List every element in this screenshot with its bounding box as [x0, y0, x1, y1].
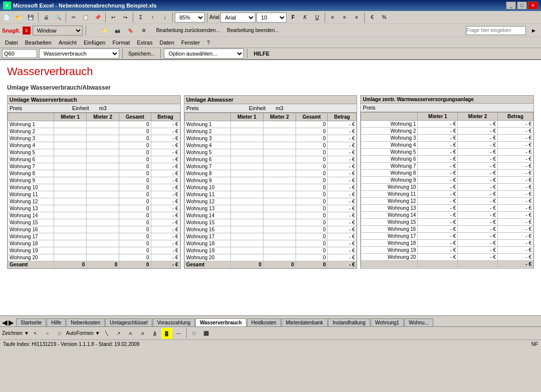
table-row: Wohnung 12- €- €- €	[361, 198, 533, 205]
3d-btn[interactable]: ⬛	[201, 328, 212, 339]
tab-heidkosten[interactable]: Heidkosten	[247, 318, 281, 326]
draw-btn-3[interactable]: □	[54, 328, 65, 339]
undo-button[interactable]: ↩	[108, 12, 119, 23]
sheet-nav-dropdown[interactable]: Wasserverbrauch	[39, 49, 119, 59]
cell-reference-input[interactable]	[2, 49, 37, 58]
option-select-dropdown[interactable]: Option auswählen...	[164, 49, 244, 59]
draw-btn-5[interactable]: ↗	[113, 328, 124, 339]
fill-color-btn[interactable]: ▓	[161, 328, 172, 339]
window-controls[interactable]: _ □ ✕	[506, 2, 538, 10]
table1-header: Umlage Wasserverbrauch	[10, 97, 77, 103]
menu-fenster[interactable]: Fenster	[178, 39, 203, 47]
table-row: Wohnung 200- €	[8, 254, 180, 261]
menu-einfuegen[interactable]: Einfügen	[81, 39, 108, 47]
autosum-button[interactable]: Σ	[135, 12, 146, 23]
draw-btn-1[interactable]: ↖	[30, 328, 41, 339]
tab-wohnu[interactable]: Wohnu...	[404, 318, 433, 326]
align-left-button[interactable]: ≡	[327, 12, 338, 23]
table-row: Wohnung 20- €- €- €	[361, 254, 533, 261]
tab-wasserverbrauch[interactable]: Wasserverbrauch	[195, 318, 246, 326]
sort-asc-button[interactable]: ↑	[147, 12, 158, 23]
align-right-button[interactable]: ≡	[351, 12, 362, 23]
save-action-btn[interactable]: Speichern...	[126, 48, 157, 59]
main-content: Wasserverbrauch Umlage Wasserverbrauch/A…	[0, 60, 541, 315]
th-betrag-t1: Betrag	[151, 113, 180, 121]
table3-total-row: - €	[361, 261, 533, 268]
extra-btn-3[interactable]: 🔖	[125, 25, 136, 36]
extra-btn-2[interactable]: 📷	[112, 25, 123, 36]
tab-nebenkosten[interactable]: Nebenkosten	[66, 318, 105, 326]
table-row: Wohnung 40- €	[8, 142, 180, 149]
menu-ansicht[interactable]: Ansicht	[56, 39, 80, 47]
italic-button[interactable]: K	[300, 12, 311, 23]
close-button[interactable]: ✕	[528, 2, 538, 10]
currency-button[interactable]: €	[367, 12, 378, 23]
sort-desc-button[interactable]: ↓	[159, 12, 170, 23]
table-row: Wohnung 90- €	[184, 177, 357, 184]
copy-button[interactable]: 📋	[80, 12, 91, 23]
table-row: Wohnung 90- €	[8, 177, 180, 184]
draw-btn-4[interactable]: ╲	[101, 328, 112, 339]
maximize-button[interactable]: □	[517, 2, 527, 10]
tab-startseite[interactable]: Startseite	[16, 318, 46, 326]
table1-einheit-val: m3	[99, 105, 107, 111]
extra-btn-1[interactable]: 📁	[99, 25, 110, 36]
search-go-button[interactable]: ▶	[528, 25, 539, 36]
tab-vorauszahlung[interactable]: Vorauszahlung	[153, 318, 195, 326]
underline-button[interactable]: U	[312, 12, 323, 23]
tab-prev-button[interactable]: ◀	[2, 318, 8, 326]
preview-button[interactable]: 🔍	[53, 12, 64, 23]
minimize-button[interactable]: _	[506, 2, 516, 10]
draw-btn-7[interactable]: A	[137, 328, 148, 339]
table-row: Wohnung 80- €	[184, 170, 357, 177]
search-input[interactable]	[466, 26, 526, 35]
menu-extras[interactable]: Extras	[134, 39, 155, 47]
new-button[interactable]: 📄	[1, 12, 12, 23]
menu-datei[interactable]: Datei	[2, 39, 21, 47]
menu-daten[interactable]: Daten	[156, 39, 177, 47]
autoformen-label[interactable]: AutoFormen ▼	[66, 330, 100, 336]
extra-btn-4[interactable]: ⚙	[138, 25, 149, 36]
table-row: Wohnung 120- €	[184, 198, 357, 205]
zoom-dropdown[interactable]: 85%	[175, 13, 205, 23]
bold-button[interactable]: F	[288, 12, 299, 23]
version-text: Taufe Index: HI1131219 - Version 1.1.1.8…	[3, 341, 139, 347]
print-button[interactable]: 🖨	[41, 12, 52, 23]
menu-bearbeiten[interactable]: Bearbeiten	[22, 39, 55, 47]
menu-format[interactable]: Format	[109, 39, 133, 47]
tab-instandhaltung[interactable]: Instandhaltung	[328, 318, 370, 326]
table-row: Wohnung 70- €	[184, 163, 357, 170]
table-row: Wohnung 80- €	[8, 170, 180, 177]
size-dropdown[interactable]: 10	[256, 13, 287, 23]
menu-help[interactable]: ?	[204, 39, 213, 47]
table2-einheit-label: Einheit	[249, 105, 266, 111]
line-color-btn[interactable]: —	[173, 328, 184, 339]
percent-button[interactable]: %	[379, 12, 390, 23]
table-row: Wohnung 40- €	[184, 142, 357, 149]
font-dropdown[interactable]: Arial	[220, 13, 255, 23]
draw-color-btn[interactable]: A̲	[149, 328, 160, 339]
tab-umlageschluessel[interactable]: Umlageschlüssel	[105, 318, 152, 326]
table1-section: Umlage Wasserverbrauch Preis Einheit m3 …	[7, 95, 181, 269]
zeichnen-label[interactable]: Zeichnen ▼	[2, 330, 29, 336]
align-center-button[interactable]: ≡	[339, 12, 350, 23]
table-row: Wohnung 170- €	[8, 233, 180, 240]
draw-btn-6[interactable]: A	[125, 328, 136, 339]
tab-mieterdatenbank[interactable]: Mieterdatenbank	[282, 318, 328, 326]
snagit-icon[interactable]: S	[23, 27, 31, 35]
tab-wohnung1[interactable]: Wohnung1	[371, 318, 404, 326]
snagit-label: SnagIt.	[2, 28, 21, 34]
shadow-btn[interactable]: □	[189, 328, 200, 339]
hilfe-label[interactable]: HILFE	[250, 51, 273, 57]
table-row: Wohnung 9- €- €- €	[361, 177, 533, 184]
open-button[interactable]: 📂	[13, 12, 24, 23]
tab-next-button[interactable]: ▶	[9, 318, 14, 326]
cut-button[interactable]: ✂	[68, 12, 79, 23]
window-dropdown[interactable]: Window	[33, 26, 83, 36]
draw-btn-2[interactable]: ○	[42, 328, 53, 339]
save-button[interactable]: 💾	[25, 12, 36, 23]
paste-button[interactable]: 📌	[92, 12, 103, 23]
tab-hilfe[interactable]: Hilfe	[47, 318, 66, 326]
redo-button[interactable]: ↪	[120, 12, 131, 23]
table1-preis: Preis	[10, 105, 22, 111]
